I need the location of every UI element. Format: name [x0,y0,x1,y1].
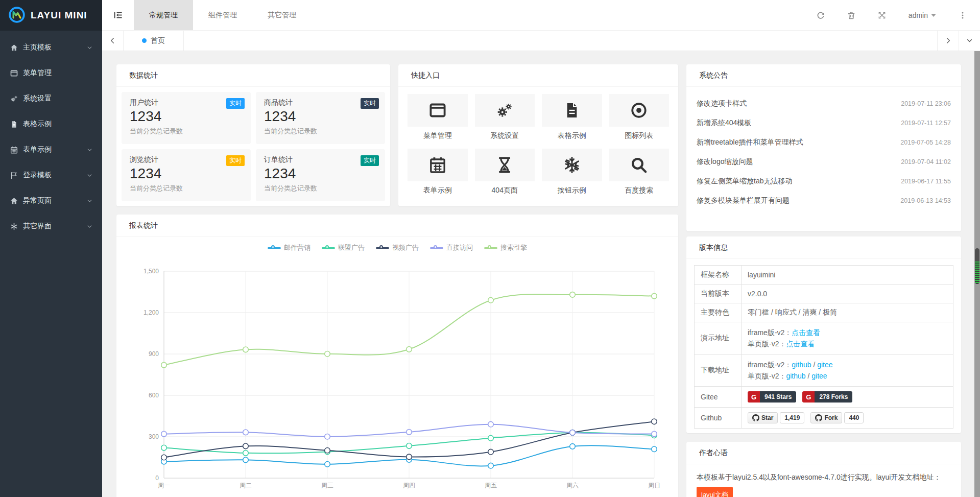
scrollbar-thumb[interactable] [975,248,979,284]
version-row: 当前版本v2.0.0 [695,285,953,303]
card-title: 系统公告 [699,71,728,80]
github-widget: Star1,419 [748,412,804,423]
version-link-line: 单页版-v2：github / gitee [748,370,947,382]
sidebar-item[interactable]: 表格示例 [0,111,102,137]
github-fork-button[interactable]: Fork [810,412,842,423]
gitee-badge-text: 941 Stars [760,391,796,403]
author-body: 本模板基于layui2.5.4以及font-awesome-4.7.0进行实现。… [686,464,961,497]
notice-row: 修改logo缩放问题2019-07-04 11:02 [697,152,951,172]
quick-entry-item[interactable]: 表单示例 [408,149,468,195]
version-label: 当前版本 [695,285,742,303]
gitee-badge[interactable]: G278 Forks [802,391,852,403]
asterisk-icon [10,223,18,230]
sidebar-item[interactable]: 系统设置 [0,86,102,111]
layui-logo-icon [8,6,26,25]
quick-entry-item[interactable]: 菜单管理 [408,94,468,140]
sidebar-item[interactable]: 登录模板 [0,162,102,188]
quick-entry-item[interactable]: 图标列表 [609,94,670,140]
clear-cache-icon[interactable] [847,11,855,19]
top-tab[interactable]: 组件管理 [193,0,252,30]
github-count[interactable]: 440 [844,412,864,423]
legend-item[interactable]: 搜索引擎 [484,243,527,252]
top-tab[interactable]: 其它管理 [252,0,312,30]
sidebar-item-label: 表格示例 [23,120,93,129]
svg-text:1,200: 1,200 [144,309,159,316]
home-icon [10,44,18,52]
tab-home[interactable]: 首页 [124,31,184,51]
version-link[interactable]: 点击查看 [786,340,815,348]
version-value: v2.0.0 [748,290,767,298]
svg-text:300: 300 [149,433,159,440]
card-quick-entry: 快捷入口 菜单管理系统设置表格示例图标列表表单示例404页面按钮示例百度搜索 [398,64,678,206]
sidebar-item[interactable]: 其它界面 [0,214,102,239]
version-link[interactable]: gitee [817,361,832,369]
stat-title: 浏览统计 [130,155,243,164]
svg-text:1,500: 1,500 [144,268,159,275]
gitee-badge[interactable]: G941 Stars [748,391,796,403]
stat-box: 商品统计1234当前分类总记录数实时 [256,92,385,144]
sidebar-item[interactable]: 主页模板 [0,35,102,60]
notice-title: 修复多模块菜单栏展开有问题 [697,196,790,205]
legend-label: 直接访问 [446,243,473,252]
notice-title: 修改选项卡样式 [697,99,747,108]
file-icon [10,121,18,128]
sidebar-item[interactable]: 异常页面 [0,188,102,214]
stat-title: 订单统计 [264,155,377,164]
tab-scroll-right-icon[interactable] [937,31,959,51]
card-title: 报表统计 [129,221,158,230]
gitee-icon: G [748,391,760,403]
svg-text:600: 600 [149,392,159,399]
layui-doc-badge[interactable]: layui文档 [697,487,733,497]
version-link[interactable]: gitee [811,372,827,380]
quick-entry-item[interactable]: 404页面 [475,149,535,195]
legend-label: 联盟广告 [338,243,365,252]
github-count[interactable]: 1,419 [780,412,804,423]
quick-entry-item[interactable]: 系统设置 [475,94,535,140]
svg-text:周六: 周六 [566,482,579,489]
more-menu-icon[interactable] [959,11,967,19]
legend-marker-icon [430,247,443,249]
legend-item[interactable]: 直接访问 [430,243,473,252]
version-value: layuimini [748,271,775,279]
version-link[interactable]: github [786,372,805,380]
realtime-badge: 实时 [361,155,379,166]
version-link[interactable]: github [792,361,811,369]
tab-scroll-left-icon[interactable] [102,31,124,51]
fullscreen-icon[interactable] [878,11,886,19]
quick-entry-item[interactable]: 百度搜索 [609,149,670,195]
tab-operations-icon[interactable] [959,31,980,51]
sidebar-item[interactable]: 菜单管理 [0,60,102,86]
top-tab[interactable]: 常规管理 [134,0,193,30]
version-table: 框架名称layuimini当前版本v2.0.0主要特色零门槛 / 响应式 / 清… [694,265,953,429]
dot-circle-icon [609,94,670,127]
sidebar-item[interactable]: 表单示例 [0,137,102,162]
legend-item[interactable]: 邮件营销 [268,243,310,252]
sidebar-toggle-icon[interactable] [102,0,134,30]
svg-text:周二: 周二 [240,482,252,489]
user-dropdown[interactable]: admin [909,11,936,19]
github-widget: Fork440 [810,412,864,423]
stat-title: 商品统计 [264,98,377,107]
version-link[interactable]: 点击查看 [792,328,820,337]
layuimini-app: LAYUI MINI 主页模板菜单管理系统设置表格示例表单示例登录模板异常页面其… [0,0,980,497]
github-star-button[interactable]: Star [748,412,778,423]
author-line-1: 本模板基于layui2.5.4以及font-awesome-4.7.0进行实现。… [697,470,951,484]
file-icon [542,94,602,127]
quick-entry-item[interactable]: 按钮示例 [542,149,602,195]
version-row: Github Star1,419 Fork440 [695,408,953,429]
username: admin [909,11,928,19]
legend-item[interactable]: 视频广告 [376,243,419,252]
window-icon [408,94,468,127]
card-report-chart: 报表统计 邮件营销联盟广告视频广告直接访问搜索引擎 03006009001,20… [116,215,678,497]
chart-legend: 邮件营销联盟广告视频广告直接访问搜索引擎 [116,237,678,258]
legend-label: 视频广告 [392,243,419,252]
legend-item[interactable]: 联盟广告 [322,243,365,252]
stat-box: 订单统计1234当前分类总记录数实时 [256,149,385,201]
refresh-icon[interactable] [817,11,825,19]
quick-entry-item[interactable]: 表格示例 [542,94,602,140]
card-author-words: 作者心语 本模板基于layui2.5.4以及font-awesome-4.7.0… [686,442,961,497]
card-quick-entry-header: 快捷入口 [398,64,678,87]
scrollbar-thumb-stripes [975,262,979,284]
svg-text:900: 900 [149,350,159,358]
version-value: 零门槛 / 响应式 / 清爽 / 极简 [748,308,837,316]
